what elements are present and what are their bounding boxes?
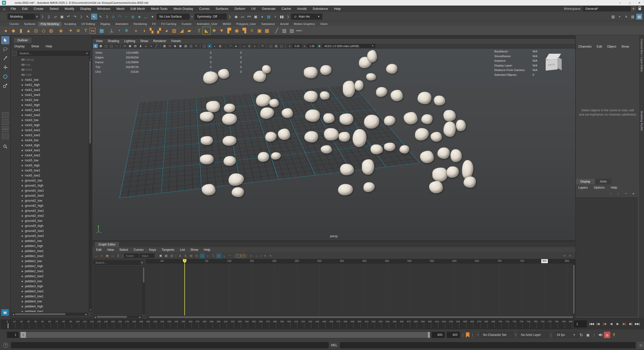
outliner-menu-display[interactable]: Display [14,45,25,48]
boolean-diff-icon[interactable]: ▞ [155,27,163,34]
character-controls-icon[interactable]: + [617,14,623,20]
out-tangent-icon[interactable]: out [241,254,245,258]
target-display-icon[interactable]: ▣ [98,44,103,48]
scroll-right-icon[interactable]: ▶ [86,313,87,316]
character-set-dropdown[interactable]: No Character Set [480,332,513,338]
curve-warp-icon[interactable]: ≋ [74,27,82,34]
drag-grip[interactable]: ⋮⋮ [1,15,7,18]
snap-to-view-planes-icon[interactable]: ◈ [136,14,142,20]
move-tool[interactable] [1,63,9,72]
panel-grip[interactable]: ··· [50,36,53,38]
menu-mesh-display[interactable]: Mesh Display [171,7,196,11]
outliner-item-persp[interactable]: persp [11,57,88,62]
time-slider[interactable]: 0102030405060708090100110120130140150160… [1,320,573,329]
frame-marker-icon[interactable]: ▭ [568,253,573,258]
minimize-button[interactable]: ─ [615,0,625,6]
outliner-item-front[interactable]: front [11,67,88,72]
shelf-tab-surfaces[interactable]: Surfaces [21,22,38,26]
resolution-gate-icon[interactable]: ◉ [173,44,177,48]
gamma-icon[interactable]: ◗ [302,44,307,48]
command-input-field[interactable] [11,342,329,348]
wireframe-on-shaded-icon[interactable]: ◌ [223,44,228,48]
outliner-item-ground2-low2[interactable]: ◆ground2_low2 [11,213,88,218]
outliner-item-rock1-low3[interactable]: ◆rock1_low3 [11,92,88,97]
go-to-start-button[interactable]: |◀◀ [588,320,595,328]
gamma-field[interactable]: 1.00 [308,44,316,48]
plateau-tangent-icon[interactable]: ◠ [227,253,232,258]
shelf-tab-substance[interactable]: Substance [259,22,277,26]
insert-edge-loop-icon[interactable]: ▥ [280,27,288,34]
undo-icon[interactable]: ↶ [65,14,71,20]
field-value[interactable]: Value [140,254,154,258]
outliner-item-rock1-low[interactable]: ◆rock1_low [11,77,88,82]
lattice-icon[interactable]: ▩ [263,27,271,34]
graph-horizontal-scrollbar[interactable] [148,316,574,319]
layer-menu-help[interactable]: Help [611,186,617,189]
exposure-icon[interactable]: ◑ [287,44,292,48]
locator-icon[interactable]: ◔ [115,27,123,34]
in-tangent-icon[interactable]: in [236,254,240,258]
fog-icon[interactable]: ≈ [252,44,257,48]
layer-editor-tab-anim[interactable]: Anim [595,179,611,184]
film-gate-icon[interactable]: ▭ [167,44,172,48]
shaded-icon[interactable]: ● [207,44,212,48]
poly-cube-icon[interactable]: ◆ [10,27,17,34]
outliner-item-ground2-high[interactable]: ◆ground2_high [11,203,88,208]
viewport-menu-panels[interactable]: Panels [169,39,183,43]
sweep-mesh-icon[interactable]: ✦ [67,27,74,34]
graph-menu-help[interactable]: Help [201,248,213,252]
view-cube-front-face[interactable]: BACK [546,59,558,71]
scroll-left-icon[interactable]: ◀ [94,316,96,318]
outliner-item-ground2-low1[interactable]: ◆ground2_low1 [11,208,88,213]
2d-pan-zoom-icon[interactable]: + [149,44,153,48]
render-setup-icon[interactable]: ▤ [266,14,272,20]
outliner-item-pebble2-high[interactable]: ◆pebble2_high [11,264,88,269]
graph-menu-list[interactable]: List [177,248,187,252]
viewport-menu-shading[interactable]: Shading [105,39,122,43]
open-scene-icon[interactable]: ▱ [52,14,58,20]
outliner-item-rock5-low[interactable]: ◆rock5_low [11,158,88,163]
outliner-search-input[interactable]: Search... ▼ [18,51,90,56]
shelf-tab-fx[interactable]: FX [150,22,158,26]
boolean-union-icon[interactable]: ▚ [148,27,155,34]
lasso-tool[interactable] [1,45,9,53]
bookmark-icon[interactable]: ▮ [138,44,143,48]
playblast-disabled-icon[interactable]: ◎ [604,332,610,338]
new-scene-icon[interactable]: ▯ [46,14,52,20]
object-select-icon[interactable]: ↖ [260,44,265,48]
append-poly-icon[interactable]: ▛ [225,27,233,34]
playback-end-field[interactable]: 800 [432,332,445,338]
outliner-item-pebble4-low[interactable]: ◆pebble4_low [11,299,88,304]
poke-icon[interactable]: ◊ [248,27,256,34]
workspace-dropdown[interactable]: General* [583,6,631,11]
graph-vertical-scrollbar[interactable] [573,264,575,315]
scroll-down-icon[interactable]: ▼ [90,309,92,311]
shelf-tab-sculpting[interactable]: Sculpting [62,22,78,26]
range-start-handle[interactable]: 1 [20,332,26,338]
group-collapse-icon[interactable]: ▾ [191,15,193,18]
snap-options-arrow-icon[interactable]: ▾ [149,14,155,20]
group-collapse-icon[interactable]: ❯ [106,15,108,18]
graph-editor-tab[interactable]: Graph Editor [95,242,119,247]
menu-edit[interactable]: Edit [19,7,30,11]
menu-curves[interactable]: Curves [196,7,213,11]
anim-layer-dropdown[interactable]: No Anim Layer [518,332,548,338]
wireframe-icon[interactable]: ◯ [202,44,207,48]
attribute-editor-toggle-icon[interactable]: ▥ [630,14,636,20]
mirror-icon[interactable]: ▣ [256,27,263,34]
combine-icon[interactable]: ◐ [133,27,140,34]
workspace-dropdown-arrow-icon[interactable]: ▼ [631,6,636,11]
region-keys-icon[interactable]: □ [110,253,115,258]
poly-plane-icon[interactable]: ◇ [40,27,47,34]
graph-editor-time-ruler[interactable]: -505010015020025030035040045050055060065… [146,259,575,263]
outliner-item-rock3-low[interactable]: ◆rock3_low [11,118,88,123]
outliner-item-ground3-high[interactable]: ◆ground3_high [11,223,88,228]
outliner-item-rock1-low2[interactable]: ◆rock1_low2 [11,87,88,92]
outliner-item-rock2-low2[interactable]: ◆rock2_low2 [11,113,88,118]
outliner-item-rock4-low[interactable]: ◆rock4_low [11,138,88,143]
outliner-item-rock5-low1[interactable]: ◆rock5_low1 [11,168,88,173]
menu-set-arrow-icon[interactable]: ▼ [35,14,39,20]
frame-all-icon[interactable]: ▣ [158,253,163,258]
outliner-item-pebble1-low2[interactable]: ◆pebble1_low2 [11,254,88,259]
go-to-end-button[interactable]: ▶▶| [634,320,640,328]
